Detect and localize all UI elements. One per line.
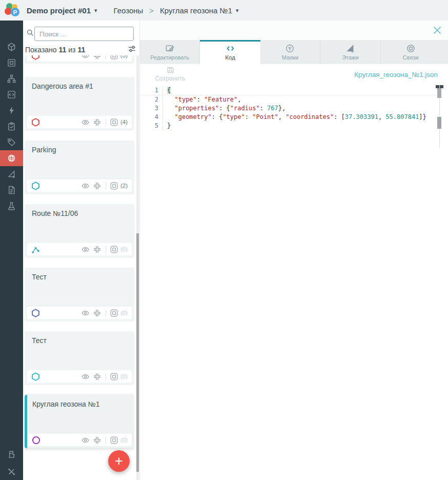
hexagon-shape-icon bbox=[31, 309, 40, 317]
sidebar-item-lab[interactable] bbox=[0, 198, 23, 214]
connections-icon bbox=[406, 44, 415, 53]
visibility-button[interactable] bbox=[82, 309, 90, 317]
shown-total: 11 bbox=[77, 46, 85, 54]
tab-floors[interactable]: Этажи bbox=[320, 40, 380, 64]
icon-sidebar bbox=[0, 21, 23, 480]
tab-beacons[interactable]: Маяки bbox=[260, 40, 320, 64]
line-number: 5 bbox=[140, 122, 163, 130]
sidebar-item-embed-code[interactable] bbox=[0, 87, 23, 103]
card-title: Dangerous area #1 bbox=[32, 82, 93, 90]
breadcrumb-current[interactable]: Круглая геозона №1 bbox=[160, 6, 232, 15]
instances-button[interactable] bbox=[110, 55, 118, 59]
visibility-button[interactable] bbox=[82, 372, 90, 381]
sidebar-item-objects[interactable] bbox=[0, 445, 23, 463]
code-square-icon bbox=[7, 90, 16, 99]
route-shape-icon bbox=[31, 245, 40, 254]
tab-label: Этажи bbox=[342, 54, 358, 61]
sidebar-item-events[interactable] bbox=[0, 103, 23, 118]
hexagon-shape-icon bbox=[31, 182, 40, 190]
visibility-button[interactable] bbox=[82, 245, 90, 253]
card-title: Круглая геозона №1 bbox=[32, 400, 99, 408]
sidebar-item-viewport[interactable] bbox=[0, 55, 23, 71]
panel-scrollbar-thumb[interactable] bbox=[437, 117, 441, 129]
list-scrollbar-thumb[interactable] bbox=[136, 233, 139, 472]
list-item-selected[interactable]: Круглая геозона №1 (0) bbox=[25, 395, 134, 448]
focus-button[interactable] bbox=[93, 245, 101, 253]
code-line[interactable]: 5} bbox=[140, 122, 441, 130]
instances-button[interactable] bbox=[110, 245, 118, 253]
focus-button[interactable] bbox=[93, 118, 101, 126]
list-item[interactable]: Parking (2) bbox=[25, 141, 134, 194]
instance-count: (0) bbox=[120, 437, 128, 443]
code-line[interactable]: 1{ bbox=[140, 86, 441, 95]
instances-button[interactable] bbox=[110, 118, 118, 126]
focus-button[interactable] bbox=[93, 55, 101, 59]
focus-button[interactable] bbox=[93, 309, 101, 317]
code-line[interactable]: 4 "geometry": {"type": "Point", "coordin… bbox=[140, 113, 441, 122]
sidebar-item-tags[interactable] bbox=[0, 134, 23, 150]
compress-icon bbox=[93, 55, 101, 59]
instances-button[interactable] bbox=[110, 182, 118, 190]
sidebar-item-geozones[interactable] bbox=[0, 150, 23, 166]
visibility-button[interactable] bbox=[82, 118, 90, 126]
tab-edit[interactable]: Редактировать bbox=[140, 40, 200, 64]
instance-count: (4) bbox=[120, 119, 128, 125]
sidebar-item-tools[interactable] bbox=[0, 463, 23, 480]
square-in-square-icon bbox=[110, 246, 118, 253]
compress-icon bbox=[93, 182, 101, 190]
list-item[interactable]: Тест (0) bbox=[25, 268, 134, 321]
list-scrollbar-track[interactable] bbox=[136, 55, 139, 480]
square-in-square-icon bbox=[110, 182, 118, 190]
list-item[interactable]: Dangerous area #1 (4) bbox=[25, 77, 134, 130]
shown-counter: Показано 11 из 11 bbox=[25, 46, 137, 54]
tab-code[interactable]: Код bbox=[200, 40, 260, 64]
instances-button[interactable] bbox=[110, 309, 118, 317]
sidebar-item-documents[interactable] bbox=[0, 182, 23, 198]
focus-button[interactable] bbox=[93, 182, 101, 190]
geojson-file-link[interactable]: Круглая_геозона_№1.json bbox=[354, 71, 438, 78]
breadcrumb-geozones[interactable]: Геозоны bbox=[114, 6, 144, 15]
close-button[interactable] bbox=[433, 26, 441, 35]
tab-connections[interactable]: Связи bbox=[381, 40, 441, 64]
sidebar-spacer bbox=[0, 214, 23, 445]
save-button[interactable]: Сохранить bbox=[151, 66, 189, 82]
visibility-button[interactable] bbox=[82, 182, 90, 190]
instance-count: (0) bbox=[120, 246, 128, 252]
frame-icon bbox=[7, 58, 16, 67]
footer-divider bbox=[106, 436, 106, 444]
clipboard-check-icon bbox=[7, 122, 16, 131]
visibility-button[interactable] bbox=[82, 436, 90, 444]
add-geozone-button[interactable]: + bbox=[108, 450, 130, 472]
list-item[interactable]: Тест (0) bbox=[25, 331, 134, 385]
breadcrumb-separator: > bbox=[149, 6, 154, 15]
code-line[interactable]: 2 "type": "Feature", bbox=[140, 95, 441, 104]
sidebar-item-cube[interactable] bbox=[0, 39, 23, 55]
visibility-button[interactable] bbox=[82, 55, 90, 59]
filter-button[interactable] bbox=[128, 45, 136, 53]
hexagon-shape-icon bbox=[31, 55, 40, 60]
footer-divider bbox=[106, 246, 106, 253]
sidebar-item-hierarchy[interactable] bbox=[0, 71, 23, 87]
code-line[interactable]: 3 "properties": {"radius": 767}, bbox=[140, 104, 441, 113]
sidebar-item-measure[interactable] bbox=[0, 166, 23, 182]
list-item[interactable]: Route №11/06 (0) bbox=[25, 204, 134, 257]
focus-button[interactable] bbox=[93, 436, 101, 444]
tab-label: Маяки bbox=[282, 54, 298, 61]
tab-label: Связи bbox=[403, 54, 419, 61]
search-input[interactable] bbox=[34, 27, 134, 41]
app-logo-icon[interactable]: P bbox=[4, 3, 21, 18]
code-editor[interactable]: 1{2 "type": "Feature",3 "properties": {"… bbox=[140, 86, 441, 130]
instances-button[interactable] bbox=[110, 372, 118, 381]
instances-button[interactable] bbox=[110, 436, 118, 444]
list-item[interactable]: (3) bbox=[25, 55, 134, 64]
building-flag-icon bbox=[7, 450, 16, 458]
detail-tabs: Редактировать Код Маяки Этажи bbox=[140, 40, 448, 64]
focus-button[interactable] bbox=[93, 372, 101, 381]
hexagon-shape-icon bbox=[31, 372, 40, 381]
square-in-square-icon bbox=[110, 373, 118, 381]
eye-icon bbox=[82, 373, 89, 381]
project-selector[interactable]: Demo project #01 bbox=[27, 6, 91, 15]
sidebar-item-tasks[interactable] bbox=[0, 118, 23, 134]
eye-icon bbox=[82, 182, 89, 190]
editor-scrollbar-thumb[interactable] bbox=[437, 88, 441, 98]
